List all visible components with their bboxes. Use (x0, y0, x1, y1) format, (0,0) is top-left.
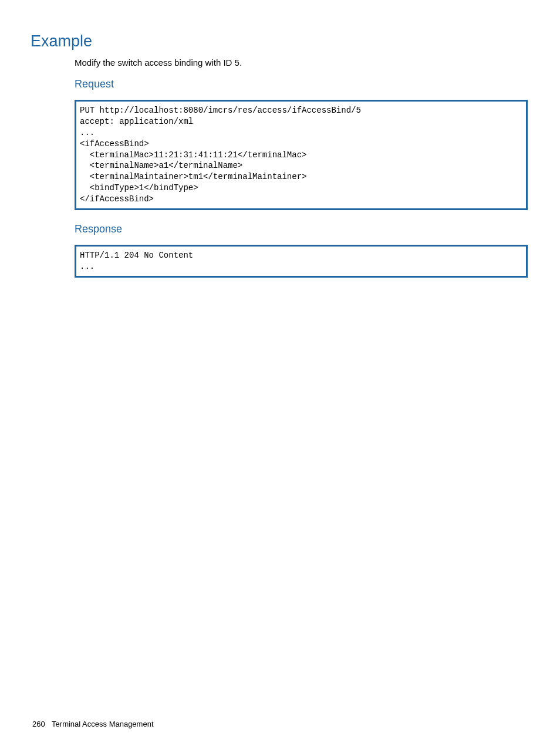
footer-section: Terminal Access Management (52, 720, 153, 728)
page-footer: 260 Terminal Access Management (32, 720, 154, 728)
response-code: HTTP/1.1 204 No Content ... (80, 250, 522, 272)
heading-request: Request (75, 78, 528, 90)
page-number: 260 (32, 720, 45, 728)
example-description: Modify the switch access binding with ID… (75, 58, 528, 67)
heading-response: Response (75, 223, 528, 235)
heading-example: Example (31, 32, 528, 50)
request-code-block: PUT http://localhost:8080/imcrs/res/acce… (75, 100, 528, 210)
request-code: PUT http://localhost:8080/imcrs/res/acce… (80, 105, 522, 205)
response-code-block: HTTP/1.1 204 No Content ... (75, 245, 528, 278)
